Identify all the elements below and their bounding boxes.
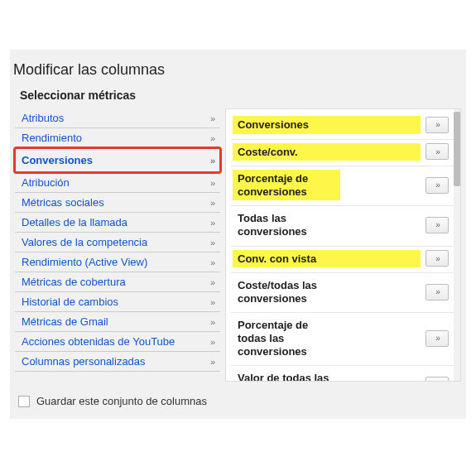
- add-metric-button[interactable]: »: [426, 284, 449, 301]
- chevron-right-icon: »: [210, 156, 214, 166]
- chevron-right-icon: »: [210, 337, 214, 347]
- metric-label: Valor de todas las conversiones: [233, 369, 340, 382]
- category-metricas-sociales[interactable]: Métricas sociales »: [15, 193, 220, 213]
- category-list: Atributos » Rendimiento » Conversiones »…: [15, 108, 220, 372]
- add-metric-button[interactable]: »: [426, 117, 449, 133]
- category-label: Acciones obtenidas de YouTube: [22, 335, 175, 348]
- category-acciones-youtube[interactable]: Acciones obtenidas de YouTube »: [15, 332, 220, 352]
- chevron-right-icon: »: [210, 257, 214, 267]
- metric-row-todas-conv: Todas las conversiones »: [231, 206, 457, 246]
- metric-row-coste-todas-conv: Coste/todas las conversiones »: [231, 273, 457, 313]
- metric-label: Todas las conversiones: [233, 209, 340, 240]
- add-metric-button[interactable]: »: [426, 143, 449, 160]
- page-title: Modificar las columnas: [10, 50, 466, 84]
- metric-row-conv-con-vista: Conv. con vista »: [231, 247, 457, 274]
- category-detalles-llamada[interactable]: Detalles de la llamada »: [15, 213, 220, 233]
- chevron-right-icon: »: [210, 277, 214, 287]
- category-valores-competencia[interactable]: Valores de la competencia »: [15, 233, 220, 252]
- chevron-right-icon: »: [210, 297, 214, 307]
- chevron-right-icon: »: [210, 198, 214, 208]
- category-historial-cambios[interactable]: Historial de cambios »: [15, 292, 220, 312]
- category-atributos[interactable]: Atributos »: [15, 108, 220, 128]
- category-columnas-personalizadas[interactable]: Columnas personalizadas »: [15, 352, 220, 372]
- category-atribucion[interactable]: Atribución »: [15, 173, 220, 193]
- add-metric-button[interactable]: »: [426, 330, 449, 347]
- chevron-right-icon: »: [435, 287, 439, 296]
- save-columns-row: Guardar este conjunto de columnas: [10, 382, 466, 407]
- category-label: Detalles de la llamada: [22, 216, 127, 228]
- chevron-right-icon: »: [210, 113, 214, 123]
- metric-row-valor-todas-conv: Valor de todas las conversiones »: [231, 366, 457, 382]
- chevron-right-icon: »: [210, 238, 214, 248]
- metric-row-conversiones: Conversiones »: [231, 113, 457, 140]
- chevron-right-icon: »: [210, 178, 214, 188]
- metric-list: Conversiones » Coste/conv. » Porcentaje …: [225, 108, 461, 382]
- metric-row-porcentaje-todas-conv: Porcentaje de todas las conversiones »: [231, 313, 457, 366]
- metric-label: Conv. con vista: [233, 250, 421, 268]
- scrollbar-track[interactable]: [454, 109, 460, 381]
- category-conversiones[interactable]: Conversiones »: [15, 148, 220, 173]
- metric-row-porcentaje-conv: Porcentaje de conversiones »: [231, 166, 457, 206]
- category-metricas-gmail[interactable]: Métricas de Gmail »: [15, 312, 220, 332]
- chevron-right-icon: »: [435, 254, 439, 263]
- category-label: Rendimiento (Active View): [22, 256, 147, 268]
- add-metric-button[interactable]: »: [426, 177, 449, 194]
- add-metric-button[interactable]: »: [426, 250, 449, 267]
- chevron-right-icon: »: [435, 380, 439, 382]
- metric-label: Porcentaje de todas las conversiones: [233, 316, 340, 360]
- chevron-right-icon: »: [210, 357, 214, 367]
- category-label: Atribución: [22, 176, 70, 189]
- chevron-right-icon: »: [435, 180, 439, 190]
- category-label: Valores de la competencia: [22, 236, 147, 248]
- category-label: Rendimiento: [22, 132, 82, 144]
- section-subtitle: Seleccionar métricas: [10, 84, 466, 108]
- modify-columns-panel: Modificar las columnas Seleccionar métri…: [10, 50, 466, 419]
- metric-label: Coste/conv.: [233, 143, 421, 161]
- category-label: Métricas de cobertura: [22, 276, 126, 288]
- save-columns-label: Guardar este conjunto de columnas: [36, 395, 207, 407]
- category-label: Métricas sociales: [22, 196, 104, 209]
- chevron-right-icon: »: [435, 120, 439, 129]
- chevron-right-icon: »: [210, 317, 214, 327]
- add-metric-button[interactable]: »: [426, 217, 449, 233]
- category-label: Historial de cambios: [22, 296, 118, 308]
- chevron-right-icon: »: [210, 133, 214, 143]
- chevron-right-icon: »: [435, 334, 439, 343]
- category-label: Conversiones: [22, 154, 93, 166]
- metric-row-coste-conv: Coste/conv. »: [231, 140, 457, 167]
- chevron-right-icon: »: [435, 220, 439, 229]
- scrollbar-thumb[interactable]: [454, 112, 460, 186]
- category-metricas-cobertura[interactable]: Métricas de cobertura »: [15, 272, 220, 292]
- category-label: Métricas de Gmail: [22, 315, 108, 328]
- category-label: Columnas personalizadas: [22, 355, 146, 368]
- metric-label: Porcentaje de conversiones: [233, 170, 340, 200]
- metric-label: Conversiones: [233, 116, 421, 134]
- category-label: Atributos: [22, 112, 64, 124]
- save-columns-checkbox[interactable]: [18, 396, 30, 407]
- category-rendimiento[interactable]: Rendimiento »: [15, 128, 220, 148]
- chevron-right-icon: »: [210, 218, 214, 228]
- chevron-right-icon: »: [435, 147, 439, 156]
- category-rendimiento-active-view[interactable]: Rendimiento (Active View) »: [15, 252, 220, 272]
- metric-label: Coste/todas las conversiones: [233, 276, 340, 307]
- add-metric-button[interactable]: »: [426, 377, 449, 382]
